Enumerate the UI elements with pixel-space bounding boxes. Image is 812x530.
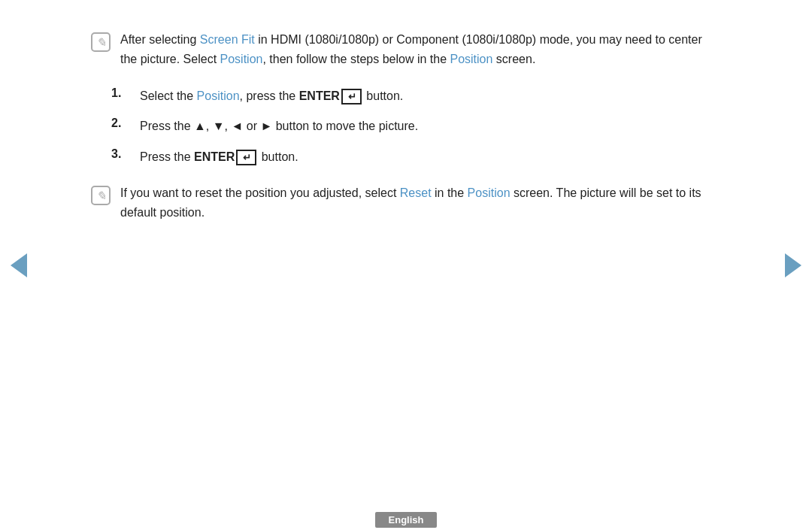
- step-3-content: Press the ENTER↵ button.: [140, 147, 298, 167]
- reset-link: Reset: [400, 186, 432, 199]
- note-2-text: If you want to reset the position you ad…: [120, 183, 722, 223]
- screen-fit-link: Screen Fit: [200, 33, 255, 46]
- step-3: 3. Press the ENTER↵ button.: [111, 147, 722, 167]
- nav-arrow-right[interactable]: [785, 253, 801, 277]
- step-2: 2. Press the ▲, ▼, ◄ or ► button to move…: [111, 117, 722, 136]
- note-block-2: ✎ If you want to reset the position you …: [90, 183, 722, 223]
- step-2-content: Press the ▲, ▼, ◄ or ► button to move th…: [140, 117, 418, 136]
- enter-label-2: ENTER: [194, 150, 235, 163]
- step-1: 1. Select the Position, press the ENTER↵…: [111, 86, 722, 106]
- position-link-1: Position: [220, 53, 263, 65]
- note-block-1: ✎ After selecting Screen Fit in HDMI (10…: [90, 30, 722, 70]
- step-1-content: Select the Position, press the ENTER↵ bu…: [140, 86, 403, 106]
- svg-text:✎: ✎: [96, 36, 106, 49]
- steps-list: 1. Select the Position, press the ENTER↵…: [111, 86, 722, 167]
- nav-arrow-left[interactable]: [11, 253, 27, 277]
- enter-label-1: ENTER: [299, 89, 340, 102]
- position-link-2: Position: [450, 53, 492, 65]
- enter-button-icon-2: ↵: [236, 150, 256, 166]
- language-label[interactable]: English: [375, 512, 438, 528]
- svg-text:✎: ✎: [96, 189, 106, 202]
- position-link-step1: Position: [197, 89, 240, 102]
- page-content: ✎ After selecting Screen Fit in HDMI (10…: [90, 30, 722, 240]
- enter-button-icon-1: ↵: [341, 89, 362, 105]
- position-link-note2: Position: [468, 186, 511, 199]
- step-number-3: 3.: [111, 147, 134, 161]
- step-number-2: 2.: [111, 117, 134, 130]
- note-1-text: After selecting Screen Fit in HDMI (1080…: [120, 30, 722, 70]
- language-bar: English: [0, 509, 812, 530]
- note-icon-2: ✎: [90, 185, 111, 206]
- step-number-1: 1.: [111, 86, 134, 100]
- note-icon-1: ✎: [90, 32, 111, 53]
